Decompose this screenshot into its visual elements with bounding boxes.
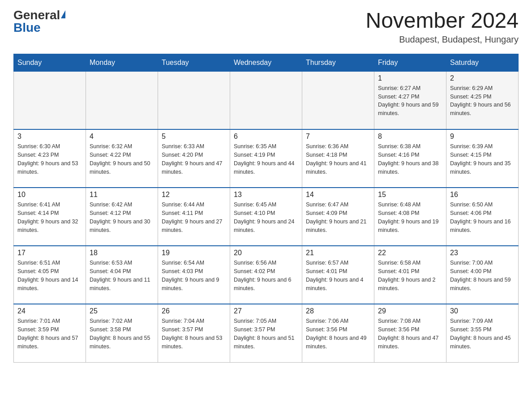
table-row: 17Sunrise: 6:51 AMSunset: 4:05 PMDayligh… <box>14 246 86 304</box>
col-tuesday: Tuesday <box>158 54 230 71</box>
logo-blue-text: Blue <box>13 21 41 34</box>
col-monday: Monday <box>86 54 158 71</box>
table-row: 15Sunrise: 6:48 AMSunset: 4:08 PMDayligh… <box>374 188 446 246</box>
title-block: November 2024 Budapest, Budapest, Hungar… <box>365 9 519 45</box>
col-wednesday: Wednesday <box>230 54 302 71</box>
table-row: 10Sunrise: 6:41 AMSunset: 4:14 PMDayligh… <box>14 188 86 246</box>
table-row: 5Sunrise: 6:33 AMSunset: 4:20 PMDaylight… <box>158 129 230 188</box>
day-info: Sunrise: 7:00 AMSunset: 4:00 PMDaylight:… <box>450 259 515 292</box>
table-row: 13Sunrise: 6:45 AMSunset: 4:10 PMDayligh… <box>230 188 302 246</box>
day-info: Sunrise: 7:08 AMSunset: 3:56 PMDaylight:… <box>378 317 442 351</box>
day-info: Sunrise: 6:48 AMSunset: 4:08 PMDaylight:… <box>378 201 442 234</box>
table-row <box>302 71 374 129</box>
day-number: 24 <box>17 307 82 315</box>
calendar-week-row: 3Sunrise: 6:30 AMSunset: 4:23 PMDaylight… <box>14 129 519 188</box>
day-number: 29 <box>378 307 442 315</box>
col-thursday: Thursday <box>302 54 374 71</box>
table-row: 30Sunrise: 7:09 AMSunset: 3:55 PMDayligh… <box>446 304 519 362</box>
day-number: 2 <box>450 74 515 82</box>
day-number: 18 <box>90 249 154 257</box>
calendar-location: Budapest, Budapest, Hungary <box>365 34 519 45</box>
day-info: Sunrise: 6:27 AMSunset: 4:27 PMDaylight:… <box>378 84 442 118</box>
day-info: Sunrise: 6:58 AMSunset: 4:01 PMDaylight:… <box>378 259 442 292</box>
day-number: 16 <box>450 191 515 199</box>
calendar-title: November 2024 <box>365 9 519 33</box>
table-row <box>86 71 158 129</box>
logo-general-text: General <box>13 9 60 21</box>
day-info: Sunrise: 6:35 AMSunset: 4:19 PMDaylight:… <box>234 142 298 176</box>
calendar-table: Sunday Monday Tuesday Wednesday Thursday… <box>13 54 519 363</box>
logo: General Blue <box>13 9 65 34</box>
table-row: 9Sunrise: 6:39 AMSunset: 4:15 PMDaylight… <box>446 129 519 188</box>
day-number: 3 <box>17 133 82 141</box>
day-number: 27 <box>234 307 298 315</box>
table-row: 4Sunrise: 6:32 AMSunset: 4:22 PMDaylight… <box>86 129 158 188</box>
day-info: Sunrise: 6:38 AMSunset: 4:16 PMDaylight:… <box>378 142 442 176</box>
table-row: 12Sunrise: 6:44 AMSunset: 4:11 PMDayligh… <box>158 188 230 246</box>
table-row: 8Sunrise: 6:38 AMSunset: 4:16 PMDaylight… <box>374 129 446 188</box>
day-number: 15 <box>378 191 442 199</box>
page-header: General Blue November 2024 Budapest, Bud… <box>13 9 519 45</box>
table-row: 29Sunrise: 7:08 AMSunset: 3:56 PMDayligh… <box>374 304 446 362</box>
day-number: 25 <box>90 307 154 315</box>
table-row: 19Sunrise: 6:54 AMSunset: 4:03 PMDayligh… <box>158 246 230 304</box>
day-info: Sunrise: 6:51 AMSunset: 4:05 PMDaylight:… <box>17 259 82 292</box>
day-number: 7 <box>306 133 370 141</box>
day-number: 8 <box>378 133 442 141</box>
day-info: Sunrise: 7:04 AMSunset: 3:57 PMDaylight:… <box>162 317 226 351</box>
day-info: Sunrise: 6:47 AMSunset: 4:09 PMDaylight:… <box>306 201 370 234</box>
calendar-week-row: 10Sunrise: 6:41 AMSunset: 4:14 PMDayligh… <box>14 188 519 246</box>
day-info: Sunrise: 6:39 AMSunset: 4:15 PMDaylight:… <box>450 142 515 176</box>
day-info: Sunrise: 6:30 AMSunset: 4:23 PMDaylight:… <box>17 142 82 176</box>
table-row: 28Sunrise: 7:06 AMSunset: 3:56 PMDayligh… <box>302 304 374 362</box>
table-row: 2Sunrise: 6:29 AMSunset: 4:25 PMDaylight… <box>446 71 519 129</box>
table-row: 7Sunrise: 6:36 AMSunset: 4:18 PMDaylight… <box>302 129 374 188</box>
day-info: Sunrise: 6:29 AMSunset: 4:25 PMDaylight:… <box>450 84 515 118</box>
day-info: Sunrise: 6:42 AMSunset: 4:12 PMDaylight:… <box>90 201 154 234</box>
table-row: 20Sunrise: 6:56 AMSunset: 4:02 PMDayligh… <box>230 246 302 304</box>
day-number: 5 <box>162 133 226 141</box>
day-info: Sunrise: 6:32 AMSunset: 4:22 PMDaylight:… <box>90 142 154 176</box>
day-info: Sunrise: 6:54 AMSunset: 4:03 PMDaylight:… <box>162 259 226 292</box>
table-row: 18Sunrise: 6:53 AMSunset: 4:04 PMDayligh… <box>86 246 158 304</box>
day-number: 10 <box>17 191 82 199</box>
table-row: 6Sunrise: 6:35 AMSunset: 4:19 PMDaylight… <box>230 129 302 188</box>
day-info: Sunrise: 7:01 AMSunset: 3:59 PMDaylight:… <box>17 317 82 351</box>
table-row: 26Sunrise: 7:04 AMSunset: 3:57 PMDayligh… <box>158 304 230 362</box>
day-info: Sunrise: 6:50 AMSunset: 4:06 PMDaylight:… <box>450 201 515 234</box>
day-number: 1 <box>378 74 442 82</box>
day-number: 11 <box>90 191 154 199</box>
calendar-week-row: 24Sunrise: 7:01 AMSunset: 3:59 PMDayligh… <box>14 304 519 362</box>
table-row <box>158 71 230 129</box>
day-number: 26 <box>162 307 226 315</box>
day-number: 4 <box>90 133 154 141</box>
day-info: Sunrise: 6:56 AMSunset: 4:02 PMDaylight:… <box>234 259 298 292</box>
day-number: 13 <box>234 191 298 199</box>
day-info: Sunrise: 7:02 AMSunset: 3:58 PMDaylight:… <box>90 317 154 351</box>
table-row: 22Sunrise: 6:58 AMSunset: 4:01 PMDayligh… <box>374 246 446 304</box>
day-info: Sunrise: 7:06 AMSunset: 3:56 PMDaylight:… <box>306 317 370 351</box>
day-number: 9 <box>450 133 515 141</box>
table-row: 3Sunrise: 6:30 AMSunset: 4:23 PMDaylight… <box>14 129 86 188</box>
day-number: 28 <box>306 307 370 315</box>
day-info: Sunrise: 7:05 AMSunset: 3:57 PMDaylight:… <box>234 317 298 351</box>
day-info: Sunrise: 6:33 AMSunset: 4:20 PMDaylight:… <box>162 142 226 176</box>
calendar-week-row: 1Sunrise: 6:27 AMSunset: 4:27 PMDaylight… <box>14 71 519 129</box>
col-saturday: Saturday <box>446 54 519 71</box>
day-number: 21 <box>306 249 370 257</box>
calendar-header-row: Sunday Monday Tuesday Wednesday Thursday… <box>14 54 519 71</box>
table-row: 11Sunrise: 6:42 AMSunset: 4:12 PMDayligh… <box>86 188 158 246</box>
day-info: Sunrise: 6:45 AMSunset: 4:10 PMDaylight:… <box>234 201 298 234</box>
day-number: 12 <box>162 191 226 199</box>
table-row: 16Sunrise: 6:50 AMSunset: 4:06 PMDayligh… <box>446 188 519 246</box>
day-number: 14 <box>306 191 370 199</box>
day-info: Sunrise: 6:53 AMSunset: 4:04 PMDaylight:… <box>90 259 154 292</box>
day-number: 19 <box>162 249 226 257</box>
day-number: 6 <box>234 133 298 141</box>
col-sunday: Sunday <box>14 54 86 71</box>
col-friday: Friday <box>374 54 446 71</box>
day-number: 23 <box>450 249 515 257</box>
day-number: 30 <box>450 307 515 315</box>
table-row <box>14 71 86 129</box>
table-row: 1Sunrise: 6:27 AMSunset: 4:27 PMDaylight… <box>374 71 446 129</box>
